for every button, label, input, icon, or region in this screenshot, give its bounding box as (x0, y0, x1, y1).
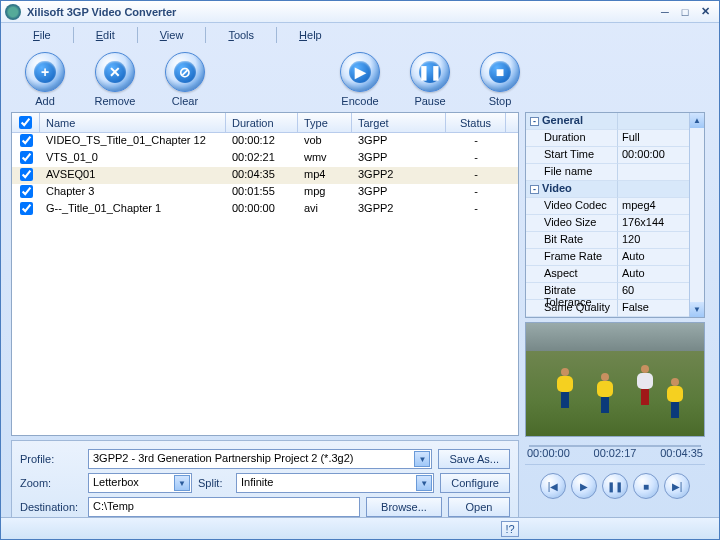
row-checkbox[interactable] (20, 151, 33, 164)
toolbar: +Add ✕Remove ⊘Clear ▶Encode ❚❚Pause ■Sto… (1, 47, 719, 112)
app-logo-icon (5, 4, 21, 20)
col-type[interactable]: Type (298, 113, 352, 132)
zoom-label: Zoom: (20, 477, 82, 489)
remove-button[interactable]: ✕Remove (85, 52, 145, 107)
chevron-down-icon: ▼ (416, 475, 432, 491)
row-checkbox[interactable] (20, 202, 33, 215)
play-icon: ▶ (349, 61, 371, 83)
x-icon: ✕ (104, 61, 126, 83)
app-window: Xilisoft 3GP Video Converter ─ □ ✕ File … (0, 0, 720, 540)
minimize-button[interactable]: ─ (655, 4, 675, 20)
play-button[interactable]: ▶ (571, 473, 597, 499)
pause-button[interactable]: ❚❚Pause (400, 52, 460, 107)
table-row[interactable]: Chapter 300:01:55mpg3GPP- (12, 184, 518, 201)
file-table[interactable]: Name Duration Type Target Status VIDEO_T… (11, 112, 519, 436)
split-label: Split: (198, 477, 230, 489)
statusbar: !? (1, 517, 719, 539)
row-checkbox[interactable] (20, 168, 33, 181)
split-combo[interactable]: Infinite▼ (236, 473, 434, 493)
menu-view[interactable]: View (146, 26, 198, 44)
scrollbar[interactable]: ▲▼ (689, 113, 704, 317)
prev-track-button[interactable]: |◀ (540, 473, 566, 499)
plus-icon: + (34, 61, 56, 83)
menu-file[interactable]: File (19, 26, 65, 44)
collapse-icon[interactable]: - (530, 117, 539, 126)
chevron-down-icon: ▼ (174, 475, 190, 491)
options-panel: Profile: 3GPP2 - 3rd Generation Partners… (11, 440, 519, 526)
maximize-button[interactable]: □ (675, 4, 695, 20)
pause-icon: ❚❚ (419, 61, 441, 83)
stop-button[interactable]: ■Stop (470, 52, 530, 107)
scroll-up-icon[interactable]: ▲ (690, 113, 704, 128)
col-target[interactable]: Target (352, 113, 446, 132)
profile-label: Profile: (20, 453, 82, 465)
forbidden-icon: ⊘ (174, 61, 196, 83)
preview-pane (525, 322, 705, 437)
configure-button[interactable]: Configure (440, 473, 510, 493)
col-name[interactable]: Name (40, 113, 226, 132)
menubar: File Edit View Tools Help (1, 23, 719, 47)
encode-button[interactable]: ▶Encode (330, 52, 390, 107)
pause-playback-button[interactable]: ❚❚ (602, 473, 628, 499)
save-as-button[interactable]: Save As... (438, 449, 510, 469)
stop-playback-button[interactable]: ■ (633, 473, 659, 499)
row-checkbox[interactable] (20, 185, 33, 198)
timeline[interactable]: 00:00:00 00:02:17 00:04:35 (525, 441, 705, 465)
zoom-combo[interactable]: Letterbox▼ (88, 473, 192, 493)
table-row[interactable]: VTS_01_000:02:21wmv3GPP- (12, 150, 518, 167)
destination-label: Destination: (20, 501, 82, 513)
menu-edit[interactable]: Edit (82, 26, 129, 44)
properties-grid[interactable]: -General DurationFull Start Time00:00:00… (525, 112, 705, 318)
checkbox-all[interactable] (19, 116, 32, 129)
help-button[interactable]: !? (501, 521, 519, 537)
collapse-icon[interactable]: - (530, 185, 539, 194)
col-checkbox[interactable] (12, 113, 40, 132)
chevron-down-icon: ▼ (414, 451, 430, 467)
table-row[interactable]: AVSEQ0100:04:35mp43GPP2- (12, 167, 518, 184)
close-button[interactable]: ✕ (695, 4, 715, 20)
table-row[interactable]: VIDEO_TS_Title_01_Chapter 1200:00:12vob3… (12, 133, 518, 150)
stop-icon: ■ (489, 61, 511, 83)
table-header: Name Duration Type Target Status (12, 113, 518, 133)
playback-controls: |◀ ▶ ❚❚ ■ ▶| (525, 469, 705, 503)
row-checkbox[interactable] (20, 134, 33, 147)
window-title: Xilisoft 3GP Video Converter (27, 6, 655, 18)
add-button[interactable]: +Add (15, 52, 75, 107)
scroll-down-icon[interactable]: ▼ (690, 302, 704, 317)
browse-button[interactable]: Browse... (366, 497, 442, 517)
clear-button[interactable]: ⊘Clear (155, 52, 215, 107)
open-button[interactable]: Open (448, 497, 510, 517)
destination-input[interactable]: C:\Temp (88, 497, 360, 517)
next-track-button[interactable]: ▶| (664, 473, 690, 499)
profile-combo[interactable]: 3GPP2 - 3rd Generation Partnership Proje… (88, 449, 432, 469)
col-duration[interactable]: Duration (226, 113, 298, 132)
titlebar: Xilisoft 3GP Video Converter ─ □ ✕ (1, 1, 719, 23)
menu-help[interactable]: Help (285, 26, 336, 44)
menu-tools[interactable]: Tools (214, 26, 268, 44)
table-row[interactable]: G--_Title_01_Chapter 100:00:00avi3GPP2- (12, 201, 518, 218)
col-status[interactable]: Status (446, 113, 506, 132)
